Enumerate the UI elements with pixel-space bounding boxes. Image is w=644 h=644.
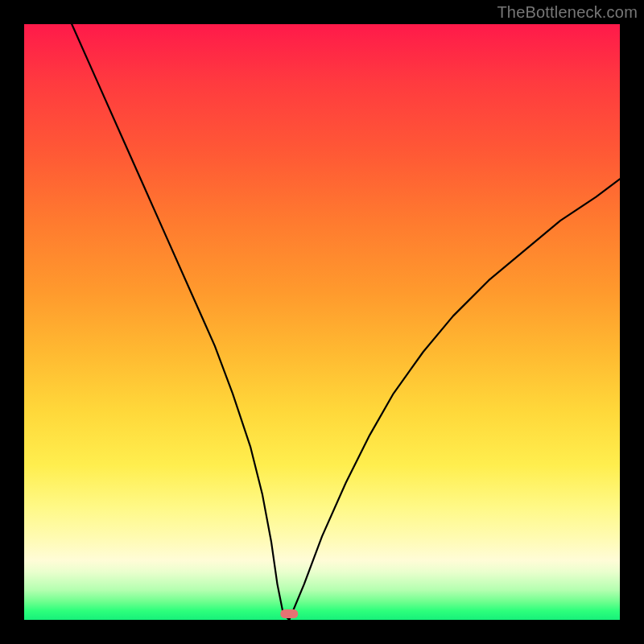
- bottleneck-curve: [72, 24, 620, 620]
- watermark-text: TheBottleneck.com: [497, 3, 638, 22]
- min-marker: [280, 609, 298, 618]
- curve-path: [72, 24, 620, 620]
- chart-svg: [24, 24, 620, 620]
- plot-area: [24, 24, 620, 620]
- chart-frame: TheBottleneck.com: [0, 0, 644, 644]
